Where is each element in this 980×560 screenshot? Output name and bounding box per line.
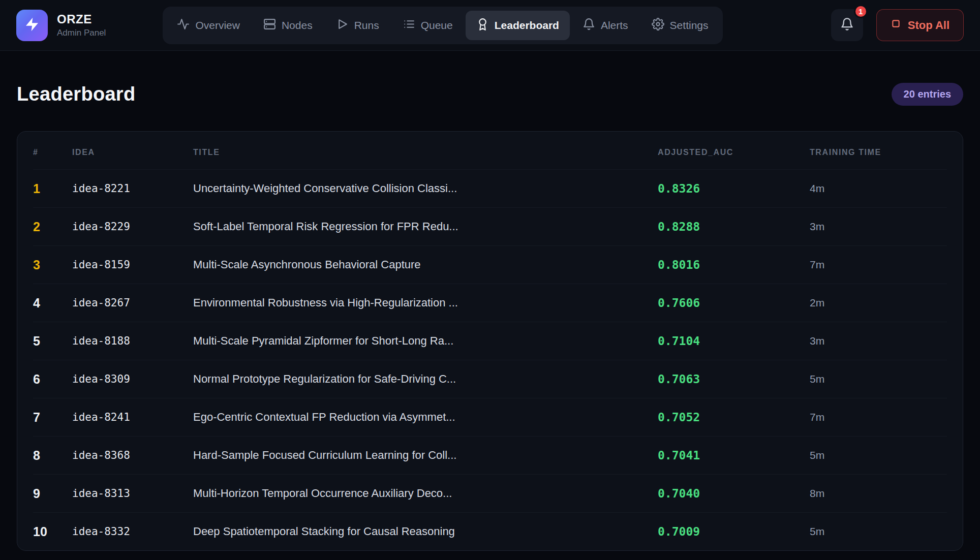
column-header-rank: # <box>33 148 72 157</box>
title-cell: Hard-Sample Focused Curriculum Learning … <box>193 449 658 462</box>
nav-label: Runs <box>354 19 379 32</box>
auc-cell: 0.7041 <box>658 449 810 462</box>
idea-id-cell: idea-8229 <box>72 221 193 233</box>
nav-item-settings[interactable]: Settings <box>641 11 719 40</box>
table-row[interactable]: 7 idea-8241 Ego-Centric Contextual FP Re… <box>33 398 947 436</box>
nav-item-alerts[interactable]: Alerts <box>572 11 639 40</box>
leaderboard-table-card: # IDEA TITLE ADJUSTED_AUC TRAINING TIME … <box>17 131 963 551</box>
rank-cell: 8 <box>33 448 72 463</box>
main-nav: Overview Nodes Runs Queue Leaderboard <box>163 7 722 44</box>
brand-text: ORZE Admin Panel <box>57 12 106 38</box>
rank-cell: 3 <box>33 258 72 272</box>
auc-cell: 0.7009 <box>658 525 810 538</box>
idea-id-cell: idea-8368 <box>72 449 193 461</box>
table-row[interactable]: 5 idea-8188 Multi-Scale Pyramidal Zipfor… <box>33 322 947 360</box>
time-cell: 3m <box>810 221 947 233</box>
play-icon <box>336 18 349 33</box>
nav-item-runs[interactable]: Runs <box>325 11 390 40</box>
column-header-adjusted-auc: ADJUSTED_AUC <box>658 148 810 157</box>
column-header-idea: IDEA <box>72 148 193 157</box>
idea-id-cell: idea-8313 <box>72 487 193 500</box>
idea-id-cell: idea-8332 <box>72 525 193 538</box>
time-cell: 3m <box>810 335 947 347</box>
nav-label: Leaderboard <box>495 19 559 32</box>
rank-cell: 6 <box>33 372 72 387</box>
auc-cell: 0.8016 <box>658 258 810 271</box>
nav-label: Queue <box>421 19 453 32</box>
app-subtitle: Admin Panel <box>57 28 106 38</box>
app-name: ORZE <box>57 12 106 26</box>
table-header-row: # IDEA TITLE ADJUSTED_AUC TRAINING TIME <box>33 132 947 169</box>
time-cell: 5m <box>810 449 947 461</box>
stop-all-button[interactable]: Stop All <box>876 9 964 41</box>
auc-cell: 0.7063 <box>658 372 810 386</box>
table-row[interactable]: 8 idea-8368 Hard-Sample Focused Curricul… <box>33 436 947 474</box>
nav-item-queue[interactable]: Queue <box>392 11 464 40</box>
nav-label: Nodes <box>282 19 313 32</box>
auc-cell: 0.7606 <box>658 296 810 309</box>
table-row[interactable]: 10 idea-8332 Deep Spatiotemporal Stackin… <box>33 512 947 550</box>
idea-id-cell: idea-8267 <box>72 297 193 309</box>
table-row[interactable]: 9 idea-8313 Multi-Horizon Temporal Occur… <box>33 474 947 512</box>
column-header-training-time: TRAINING TIME <box>810 148 947 157</box>
rank-cell: 7 <box>33 410 72 425</box>
table-row[interactable]: 2 idea-8229 Soft-Label Temporal Risk Reg… <box>33 207 947 245</box>
stop-square-icon <box>891 18 901 32</box>
list-icon <box>403 18 415 33</box>
nav-item-leaderboard[interactable]: Leaderboard <box>466 11 570 40</box>
lightning-bolt-icon <box>24 16 40 35</box>
rank-cell: 2 <box>33 220 72 234</box>
time-cell: 8m <box>810 487 947 500</box>
title-cell: Normal Prototype Regularization for Safe… <box>193 372 658 386</box>
idea-id-cell: idea-8221 <box>72 182 193 195</box>
auc-cell: 0.7040 <box>658 487 810 500</box>
auc-cell: 0.8326 <box>658 182 810 195</box>
table-row[interactable]: 1 idea-8221 Uncertainty-Weighted Conserv… <box>33 169 947 207</box>
rank-cell: 5 <box>33 334 72 349</box>
server-icon <box>263 18 276 33</box>
app-logo <box>16 10 48 41</box>
auc-cell: 0.7104 <box>658 334 810 348</box>
rank-cell: 4 <box>33 296 72 310</box>
table-row[interactable]: 4 idea-8267 Environmental Robustness via… <box>33 284 947 322</box>
time-cell: 5m <box>810 525 947 538</box>
bell-icon <box>583 18 595 33</box>
award-icon <box>476 18 489 33</box>
idea-id-cell: idea-8309 <box>72 373 193 385</box>
rank-cell: 10 <box>33 524 72 539</box>
page-title-row: Leaderboard 20 entries <box>17 83 963 106</box>
time-cell: 4m <box>810 182 947 195</box>
idea-id-cell: idea-8241 <box>72 411 193 423</box>
rank-cell: 9 <box>33 486 72 501</box>
table-row[interactable]: 6 idea-8309 Normal Prototype Regularizat… <box>33 360 947 398</box>
title-cell: Uncertainty-Weighted Conservative Collis… <box>193 182 658 195</box>
time-cell: 2m <box>810 297 947 309</box>
title-cell: Multi-Scale Pyramidal Zipformer for Shor… <box>193 334 658 348</box>
nav-label: Alerts <box>601 19 628 32</box>
idea-id-cell: idea-8188 <box>72 335 193 347</box>
column-header-title: TITLE <box>193 148 658 157</box>
page-content: Leaderboard 20 entries # IDEA TITLE ADJU… <box>0 51 980 551</box>
table-row[interactable]: 3 idea-8159 Multi-Scale Asynchronous Beh… <box>33 245 947 284</box>
nav-item-overview[interactable]: Overview <box>166 11 251 40</box>
brand: ORZE Admin Panel <box>16 10 106 41</box>
title-cell: Multi-Scale Asynchronous Behavioral Capt… <box>193 258 658 271</box>
table-body: 1 idea-8221 Uncertainty-Weighted Conserv… <box>33 169 947 550</box>
bell-icon <box>840 17 854 33</box>
rank-cell: 1 <box>33 181 72 196</box>
auc-cell: 0.8288 <box>658 220 810 233</box>
activity-icon <box>177 18 190 33</box>
entries-count-badge: 20 entries <box>892 83 963 106</box>
header-actions: 1 Stop All <box>831 9 964 41</box>
stop-all-label: Stop All <box>908 19 950 32</box>
title-cell: Ego-Centric Contextual FP Reduction via … <box>193 411 658 424</box>
time-cell: 5m <box>810 373 947 385</box>
title-cell: Multi-Horizon Temporal Occurrence Auxili… <box>193 487 658 500</box>
nav-label: Overview <box>195 19 240 32</box>
notification-count-badge: 1 <box>854 5 868 18</box>
nav-item-nodes[interactable]: Nodes <box>253 11 323 40</box>
notifications-button[interactable]: 1 <box>831 9 863 41</box>
title-cell: Soft-Label Temporal Risk Regression for … <box>193 220 658 233</box>
title-cell: Environmental Robustness via High-Regula… <box>193 296 658 309</box>
nav-label: Settings <box>670 19 709 32</box>
